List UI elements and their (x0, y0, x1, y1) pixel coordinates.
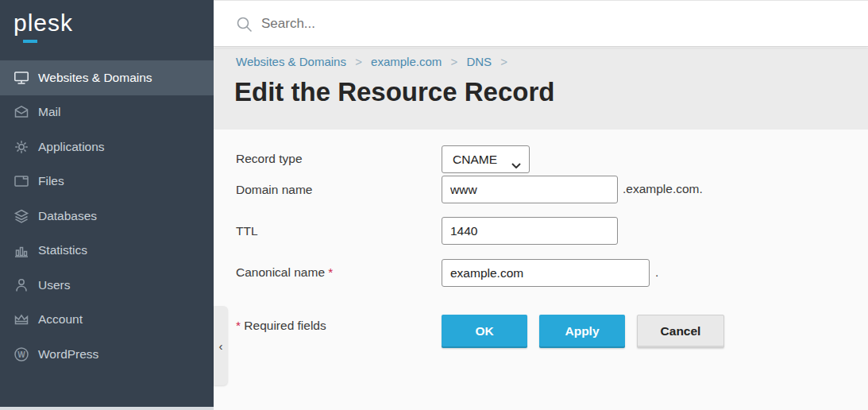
cancel-button[interactable]: Cancel (637, 315, 724, 348)
breadcrumb-link-example-com[interactable]: example.com (371, 55, 442, 68)
breadcrumb-separator: > (355, 55, 362, 68)
apply-button[interactable]: Apply (539, 315, 625, 348)
svg-text:W: W (17, 350, 25, 358)
domain-name-suffix: .example.com. (623, 182, 703, 196)
page-title: Edit the Resource Record (234, 77, 554, 107)
sidebar-item-applications[interactable]: Applications (0, 130, 214, 164)
mail-icon (14, 104, 29, 120)
sidebar-item-mail[interactable]: Mail (0, 95, 214, 130)
sidebar-item-users[interactable]: Users (0, 268, 214, 303)
sidebar-item-databases[interactable]: Databases (0, 199, 214, 234)
user-icon (14, 277, 29, 293)
canonical-name-label-text: Canonical name (236, 265, 325, 279)
sidebar-item-label: Websites & Domains (38, 71, 152, 85)
canonical-name-suffix: . (655, 265, 658, 280)
search-input[interactable] (260, 12, 768, 36)
page-header: Websites & Domains > example.com > DNS >… (214, 48, 868, 130)
search-bar (214, 0, 868, 47)
sidebar-item-label: WordPress (38, 347, 98, 362)
sidebar-item-label: Files (38, 174, 64, 188)
chevron-left-icon: ‹ (219, 339, 223, 353)
plesk-logo-underscore (23, 40, 37, 43)
sidebar-item-account[interactable]: Account (0, 303, 214, 338)
record-type-label: Record type (236, 152, 303, 166)
sidebar-item-websites-domains[interactable]: Websites & Domains (0, 60, 214, 95)
ok-button[interactable]: OK (442, 315, 527, 348)
plesk-logo-text: plesk (14, 10, 73, 36)
sidebar-item-label: Users (38, 278, 70, 292)
sidebar-nav: Websites & Domains Mail Applications Fil… (0, 60, 214, 372)
record-type-select-wrap: CNAME (442, 145, 530, 173)
required-fields-note: * Required fields (236, 319, 326, 333)
ttl-input[interactable] (442, 217, 618, 245)
sidebar-item-label: Account (38, 312, 83, 327)
breadcrumb-link-dns[interactable]: DNS (466, 55, 492, 68)
sidebar-bottom-strip (0, 407, 214, 410)
sidebar-item-statistics[interactable]: Statistics (0, 234, 214, 269)
domain-name-label: Domain name (236, 183, 313, 197)
required-asterisk: * (328, 265, 333, 279)
monitor-icon (14, 70, 29, 86)
plesk-app: plesk Websites & Domains Mail Applica (0, 0, 868, 410)
canonical-name-label: Canonical name * (236, 265, 333, 280)
folder-icon (14, 173, 29, 189)
ttl-label: TTL (236, 224, 258, 238)
sidebar-item-label: Mail (38, 105, 60, 119)
plesk-logo[interactable]: plesk (14, 10, 73, 37)
breadcrumb-link-websites-domains[interactable]: Websites & Domains (236, 55, 346, 68)
sidebar-item-label: Statistics (38, 243, 87, 257)
gear-icon (14, 139, 29, 155)
sidebar: plesk Websites & Domains Mail Applica (0, 0, 214, 407)
breadcrumb: Websites & Domains > example.com > DNS > (236, 55, 513, 68)
required-fields-text: Required fields (241, 319, 326, 332)
sidebar-item-wordpress[interactable]: W WordPress (0, 337, 214, 372)
search-icon (236, 16, 253, 33)
sidebar-item-files[interactable]: Files (0, 164, 214, 199)
sidebar-item-label: Applications (38, 140, 105, 154)
database-layers-icon (14, 208, 29, 224)
bar-chart-icon (14, 242, 29, 258)
sidebar-collapse-handle[interactable]: ‹ (214, 306, 228, 385)
domain-name-input[interactable] (442, 176, 618, 203)
canonical-name-input[interactable] (442, 259, 650, 287)
record-type-select[interactable]: CNAME (442, 145, 530, 173)
breadcrumb-separator: > (500, 55, 507, 68)
sidebar-item-label: Databases (38, 209, 97, 223)
crown-icon (14, 311, 29, 327)
breadcrumb-separator: > (450, 55, 457, 68)
wordpress-icon: W (14, 346, 29, 362)
